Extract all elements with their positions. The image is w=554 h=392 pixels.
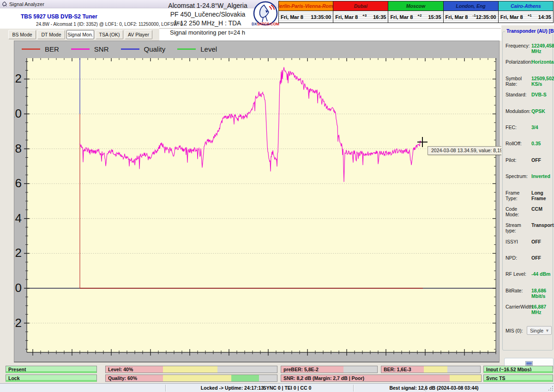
statusbar-best-signal: Best signal: 12,6 dB (2024-03-08 03:44) (379, 385, 489, 391)
y-axis-label: 10 (14, 107, 22, 120)
clock-city: London, Eng (444, 1, 498, 11)
row-label: Modulation: (506, 108, 531, 114)
row-value: 16,887 MHz (531, 304, 552, 315)
clock-date: Fri, Mar 8 (446, 14, 468, 20)
row-value: 18,686 Mbit/s (531, 288, 552, 299)
y-axis-label: 8 (15, 142, 22, 155)
transponder-rows: Frequency:12249,458 MHzPolarization:Hori… (506, 43, 552, 321)
transponder-row-stream-type: Stream type:Transport (506, 222, 552, 238)
input-label: Input (~16,52 Mbps) (486, 367, 531, 372)
chevron-down-icon: ▼ (545, 328, 549, 333)
status-bar-sync: Sync TS (483, 374, 553, 382)
resize-grip-icon[interactable] (548, 386, 554, 392)
transponder-row-fec: FEC:3/4 (506, 125, 552, 141)
y-axis-label: 12 (14, 71, 22, 85)
clock-date: Fri, Mar 8 (281, 14, 303, 20)
transponder-row-carrierwidth: CarrierWidth:16,887 MHz (506, 304, 552, 320)
clock-utc-offset: +2 (417, 13, 422, 18)
y-axis-label: 0 (15, 281, 22, 295)
clock-time-row: Fri, Mar 8+114:35 (499, 11, 553, 23)
row-value: -44 dBm (531, 271, 550, 277)
transponder-row-npd: NPD:OFF (506, 255, 552, 271)
clock-date: Fri, Mar 8 (335, 14, 358, 20)
row-value: Horizontal (531, 59, 554, 65)
mis-select[interactable]: Single ▼ (527, 326, 552, 335)
clock-time: 13:35:00 (311, 14, 331, 20)
row-label: Frequency: (506, 43, 531, 48)
row-value: 3/4 (531, 125, 538, 130)
app-dish-icon (2, 1, 8, 7)
row-label: Polarization: (506, 59, 531, 65)
clock-date: Fri, Mar 8 (500, 14, 523, 20)
row-label: BitRate: (506, 288, 531, 293)
clock-time: 15:35 (428, 14, 441, 20)
clock-city: Dubai (333, 1, 388, 11)
row-value: Long Frame (531, 190, 552, 201)
mis-row: MIS (0): Single ▼ (506, 326, 552, 335)
row-label: RF Level: (506, 271, 531, 277)
row-label: RollOff: (506, 141, 531, 146)
status-bar-present: Present (6, 366, 97, 373)
tab-dt-mode[interactable]: DT Mode (37, 30, 65, 39)
row-label: FEC: (506, 125, 531, 130)
chart-panel: BERSNRQualityLevel -2024681012 (14, 41, 500, 362)
transponder-groupbox: Frequency:12249,458 MHzPolarization:Hori… (502, 31, 553, 350)
clock-utc-offset: +3 (362, 13, 367, 18)
window-title: Signal Analyzer (9, 1, 44, 7)
tab-bs-mode[interactable]: BS Mode (8, 30, 36, 39)
row-label: Symbol Rate: (506, 76, 531, 87)
row-value: 12249,458 MHz (531, 43, 554, 54)
clock-column-dubai: DubaiFri, Mar 8+316:35 (333, 1, 388, 23)
level-label: Level: 40% (108, 367, 133, 372)
status-bar-lock: Lock (6, 374, 97, 382)
tab-av-player[interactable]: AV Player (125, 30, 152, 39)
logo-text-dx: DX (252, 22, 257, 26)
header-text-block: Alcomsat 1-24.8°W_Algeria PF 450_Lučenec… (155, 1, 261, 28)
header-divider (159, 28, 501, 29)
clock-column-moscow: MoscowFri, Mar 8+215:35 (388, 1, 443, 23)
transponder-row-rf-level: RF Level:-44 dBm (506, 271, 552, 287)
mis-label: MIS (0): (506, 328, 527, 333)
transponder-row-modulation: Modulation:QPSK (506, 108, 552, 125)
dxsatcs-logo: DXSATCS.COM (252, 1, 279, 28)
svg-text:DXSATCS.COM: DXSATCS.COM (252, 22, 279, 26)
tab-signal-mon[interactable]: Signal Mon. (66, 30, 94, 39)
row-value: Inverted (531, 173, 550, 179)
transponder-row-standard: Standard:DVB-S (506, 92, 552, 108)
transponder-row-bitrate: BitRate:18,686 Mbit/s (506, 288, 552, 304)
signal-chart[interactable]: -2024681012 (14, 41, 499, 362)
header-satellite-line: Alcomsat 1-24.8°W_Algeria (155, 1, 261, 10)
status-bar-quality: Quality: 60% (105, 374, 277, 382)
header-frequency-line: f=12 250 MHz_H : TDA (155, 19, 261, 28)
row-value: DVB-S (531, 92, 547, 97)
transponder-row-frequency: Frequency:12249,458 MHz (506, 43, 552, 59)
statusbar-sync-counters: SYNC 0 | TEI 0 | CC 0 (250, 385, 324, 391)
clock-time-row: Fri, Mar 8+316:35 (333, 11, 388, 23)
row-label: Code Mode: (506, 206, 531, 217)
status-bar-preber: preBER: 5,8E-2 (281, 366, 378, 373)
clock-utc-offset: +1 (528, 13, 532, 18)
row-value: CCM (531, 206, 542, 212)
row-label: CarrierWidth: (506, 304, 531, 309)
clock-time: 14:35 (538, 14, 551, 20)
quality-label: Quality: 60% (108, 375, 137, 381)
cursor-crosshair-icon (417, 142, 428, 143)
ber-label: BER: 1,6E-3 (384, 367, 411, 372)
sync-label: Sync TS (486, 375, 505, 381)
status-bar-snr: SNR: 8,2 dB (Margin: 2,7 dB | Poor) (281, 374, 482, 382)
clock-utc-offset: -1 (472, 13, 476, 18)
tab-tsa-ok[interactable]: TSA (OK) (96, 30, 123, 39)
clock-date: Fri, Mar 8 (390, 14, 413, 20)
transponder-title: Transponder (AU) [BS] (505, 28, 554, 34)
row-label: Stream type: (506, 222, 531, 233)
signal-analyzer-window: Signal Analyzer TBS 5927 USB DVB-S2 Tune… (0, 0, 554, 392)
lock-label: Lock (8, 375, 20, 381)
world-clock-panel: Berlin-Paris-Vienna-RomaFri, Mar 813:35:… (278, 1, 554, 23)
transponder-row-spectrum: Spectrum:Inverted (506, 173, 552, 190)
clock-city: Moscow (388, 1, 443, 11)
clock-time-row: Fri, Mar 813:35:00 (279, 11, 333, 23)
row-label: Spectrum: (506, 173, 531, 179)
clock-time: 12:35:00 (476, 14, 496, 20)
row-value: OFF (531, 255, 541, 261)
y-axis-label: 4 (15, 211, 22, 225)
